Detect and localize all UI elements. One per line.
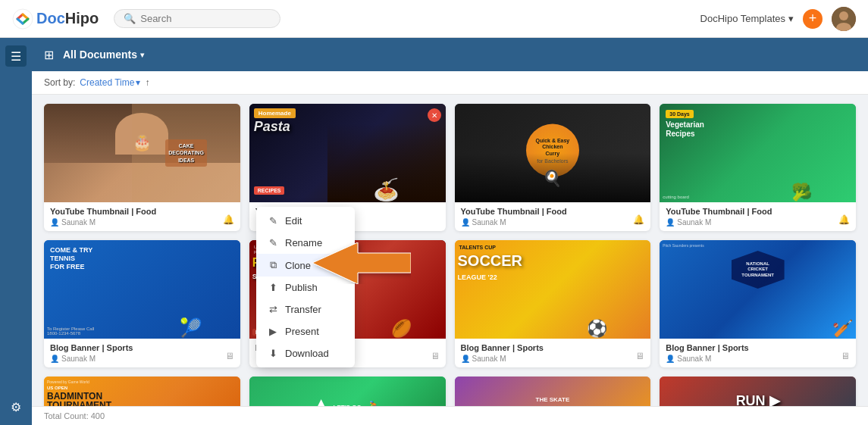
total-count: Total Count: 400 bbox=[44, 411, 105, 420]
toolbar-title-text: All Documents bbox=[63, 48, 137, 61]
sort-label: Sort by: bbox=[44, 77, 75, 88]
user-icon-chicken: 👤 bbox=[461, 218, 470, 227]
svg-point-2 bbox=[839, 11, 848, 20]
grid-wrapper: 🎂 CAKEDECORATINGIDEAS YouTube Thumbnail … bbox=[32, 95, 868, 406]
grid-icon: ⊞ bbox=[44, 48, 54, 62]
sort-chevron-icon: ▾ bbox=[136, 77, 140, 88]
card-title-cricket: Blog Banner | Sports bbox=[666, 343, 850, 352]
card-author-soccer: 👤 Saunak M bbox=[461, 355, 645, 363]
card-thumb-pasta: Homemade Pasta RECIPES 🍝 bbox=[249, 104, 446, 202]
card-bottom-icon-tennis: 🖥 bbox=[225, 351, 234, 361]
card-info-vegetarian: YouTube Thumbnail | Food 👤 Saunak M bbox=[660, 202, 856, 231]
avatar-image bbox=[832, 7, 856, 31]
card-thumb-running: RUN ▶ 🏃 bbox=[660, 377, 856, 406]
user-icon-soccer: 👤 bbox=[461, 355, 470, 363]
logo[interactable]: DocHipo bbox=[12, 8, 99, 30]
search-input[interactable] bbox=[140, 13, 269, 24]
context-menu-download-label: Download bbox=[285, 348, 329, 359]
rename-icon: ✎ bbox=[267, 237, 279, 248]
card-thumb-cricket: Pitch Saunders presents NATIONALCRICKETT… bbox=[660, 240, 856, 339]
header-right: DocHipo Templates ▾ + bbox=[700, 7, 856, 31]
card-bottom-icon-cricket: 🖥 bbox=[841, 351, 850, 361]
search-icon: 🔍 bbox=[124, 13, 136, 24]
card-tennis[interactable]: COME & TRYTENNISFOR FREE To Register Ple… bbox=[44, 240, 240, 367]
card-thumb-cycling: LET'S GO 🚴 bbox=[249, 377, 446, 406]
card-bottom-icon-veg: 🔔 bbox=[838, 214, 850, 225]
card-thumb-chicken: Quick & EasyChickenCurry for Bachelors 🍳 bbox=[455, 104, 651, 202]
card-bottom-icon-soccer: 🖥 bbox=[635, 351, 644, 361]
card-title-vegetarian: YouTube Thumbnail | Food bbox=[666, 207, 850, 216]
card-author-tennis: 👤 Saunak M bbox=[50, 355, 234, 363]
sort-value[interactable]: Created Time ▾ bbox=[80, 77, 140, 88]
user-icon-veg: 👤 bbox=[666, 218, 675, 227]
card-author-chicken: 👤 Saunak M bbox=[461, 218, 645, 227]
edit-icon: ✎ bbox=[267, 215, 279, 227]
card-author-cricket: 👤 Saunak M bbox=[666, 355, 850, 363]
content-area: ⊞ All Documents ▾ Sort by: Created Time … bbox=[32, 38, 868, 425]
document-grid: 🎂 CAKEDECORATINGIDEAS YouTube Thumbnail … bbox=[32, 95, 868, 406]
card-title-cake: YouTube Thumbnail | Food bbox=[50, 207, 234, 216]
add-button[interactable]: + bbox=[803, 9, 823, 29]
card-cycling[interactable]: LET'S GO 🚴 bbox=[249, 377, 446, 406]
card-thumb-cake: 🎂 CAKEDECORATINGIDEAS bbox=[44, 104, 240, 202]
context-menu-edit[interactable]: ✎ Edit bbox=[256, 210, 355, 232]
present-icon: ▶ bbox=[267, 326, 279, 337]
context-menu-edit-label: Edit bbox=[285, 215, 302, 227]
header: DocHipo 🔍 DocHipo Templates ▾ + bbox=[0, 0, 868, 38]
main-layout: ☰ ⚙ ⊞ All Documents ▾ Sort by: Created T… bbox=[0, 38, 868, 425]
templates-button[interactable]: DocHipo Templates ▾ bbox=[700, 13, 794, 24]
card-title-soccer: Blog Banner | Sports bbox=[461, 343, 645, 352]
context-menu-transfer-label: Transfer bbox=[285, 304, 321, 315]
card-bottom-icon-cake: 🔔 bbox=[223, 214, 234, 225]
toolbar-title[interactable]: All Documents ▾ bbox=[63, 48, 144, 61]
card-badminton[interactable]: Powered by Game World US OPEN BADMINTONT… bbox=[44, 377, 240, 406]
card-bottom-icon-rugby: 🖥 bbox=[431, 351, 440, 361]
transfer-icon: ⇄ bbox=[267, 304, 279, 315]
sort-value-text: Created Time bbox=[80, 77, 134, 88]
download-icon: ⬇ bbox=[267, 348, 279, 359]
card-author-cake: 👤 Saunak M bbox=[50, 218, 234, 227]
clone-icon: ⧉ bbox=[267, 259, 279, 271]
sidebar-menu-icon[interactable]: ☰ bbox=[5, 45, 27, 67]
card-thumb-skate: The Skate 🛹 bbox=[455, 377, 651, 406]
templates-label: DocHipo Templates bbox=[700, 13, 785, 24]
context-menu: ✎ Edit ✎ Rename ⧉ Clone ⬆ Publish ⇄ Tr bbox=[256, 207, 355, 367]
card-soccer[interactable]: TALENTS CUP SOCCER LEAGUE '22 ⚽ Blog Ban… bbox=[455, 240, 651, 367]
context-menu-present[interactable]: ▶ Present bbox=[256, 320, 355, 342]
close-button-pasta[interactable]: ✕ bbox=[428, 108, 441, 122]
card-chicken[interactable]: Quick & EasyChickenCurry for Bachelors 🍳… bbox=[455, 104, 651, 231]
user-icon-cricket: 👤 bbox=[666, 355, 675, 363]
card-title-tennis: Blog Banner | Sports bbox=[50, 343, 234, 352]
card-info-cake: YouTube Thumbnail | Food 👤 Saunak M bbox=[44, 202, 240, 231]
card-running[interactable]: RUN ▶ 🏃 bbox=[660, 377, 856, 406]
card-thumb-vegetarian: 30 Days VegetarianRecipes 🥦 cutting boar… bbox=[660, 104, 856, 202]
card-skate[interactable]: The Skate 🛹 bbox=[455, 377, 651, 406]
sidebar-settings-icon[interactable]: ⚙ bbox=[5, 396, 27, 417]
card-info-cricket: Blog Banner | Sports 👤 Saunak M bbox=[660, 339, 856, 367]
card-cricket[interactable]: Pitch Saunders presents NATIONALCRICKETT… bbox=[660, 240, 856, 367]
context-menu-clone-label: Clone bbox=[285, 260, 311, 271]
sidebar: ☰ ⚙ bbox=[0, 38, 32, 425]
card-title-chicken: YouTube Thumbnail | Food bbox=[461, 207, 645, 216]
card-thumb-soccer: TALENTS CUP SOCCER LEAGUE '22 ⚽ bbox=[455, 240, 651, 339]
card-vegetarian[interactable]: 30 Days VegetarianRecipes 🥦 cutting boar… bbox=[660, 104, 856, 231]
svg-point-0 bbox=[13, 9, 33, 29]
card-info-chicken: YouTube Thumbnail | Food 👤 Saunak M bbox=[455, 202, 651, 231]
card-author-vegetarian: 👤 Saunak M bbox=[666, 218, 850, 227]
card-info-soccer: Blog Banner | Sports 👤 Saunak M bbox=[455, 339, 651, 367]
user-icon: 👤 bbox=[50, 218, 59, 227]
card-thumb-tennis: COME & TRYTENNISFOR FREE To Register Ple… bbox=[44, 240, 240, 339]
avatar[interactable] bbox=[832, 7, 856, 31]
arrow-pointer bbox=[312, 242, 411, 284]
footer: Total Count: 400 bbox=[32, 406, 868, 425]
sort-order-icon[interactable]: ↑ bbox=[145, 77, 149, 88]
card-cake[interactable]: 🎂 CAKEDECORATINGIDEAS YouTube Thumbnail … bbox=[44, 104, 240, 231]
user-icon-tennis: 👤 bbox=[50, 355, 59, 363]
sort-bar: Sort by: Created Time ▾ ↑ bbox=[32, 71, 868, 95]
search-bar[interactable]: 🔍 bbox=[114, 9, 280, 28]
context-menu-download[interactable]: ⬇ Download bbox=[256, 342, 355, 364]
publish-icon: ⬆ bbox=[267, 282, 279, 293]
toolbar: ⊞ All Documents ▾ bbox=[32, 38, 868, 71]
logo-icon bbox=[12, 8, 33, 30]
context-menu-transfer[interactable]: ⇄ Transfer bbox=[256, 298, 355, 320]
